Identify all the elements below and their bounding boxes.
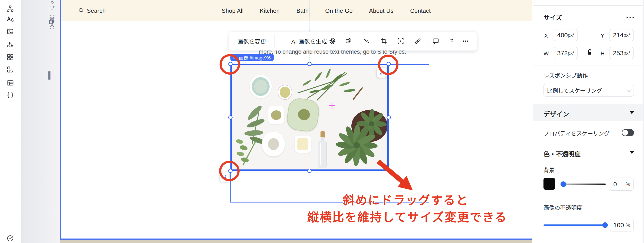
w-input[interactable]: 372px*	[554, 47, 578, 59]
breakpoint-device-icon	[49, 19, 54, 24]
animation-icon[interactable]	[363, 38, 370, 45]
handle-mid-right[interactable]	[386, 115, 391, 120]
nav-about-us[interactable]: About Us	[369, 8, 394, 14]
nav-on-the-go[interactable]: On the Go	[325, 8, 353, 14]
site-header: Search Shop All Kitchen Bath On the Go A…	[61, 0, 532, 21]
responsive-dropdown[interactable]: 比例してスケーリング	[544, 84, 634, 97]
nav-bath[interactable]: Bath	[296, 8, 309, 14]
cms-table-icon[interactable]	[6, 79, 14, 87]
search-icon[interactable]	[78, 8, 84, 14]
integrations-icon[interactable]	[6, 41, 14, 49]
search-label[interactable]: Search	[87, 8, 106, 14]
annotation-text-line1: 斜めにドラッグすると	[331, 190, 480, 208]
h-label: H	[600, 50, 604, 57]
nav-contact[interactable]: Contact	[410, 8, 431, 14]
photo-glass-bottle	[317, 131, 328, 169]
apps-icon[interactable]	[6, 53, 14, 61]
settings-gear-icon[interactable]	[329, 38, 336, 45]
canvas-scrollbar[interactable]	[48, 71, 50, 80]
design-section-header[interactable]: デザイン	[533, 104, 643, 121]
y-input[interactable]: 214px*	[610, 29, 634, 41]
chevron-down-icon	[627, 87, 631, 92]
element-toolbar: 画像を変更 AI 画像を生成	[229, 32, 476, 51]
widgets-icon[interactable]	[6, 66, 14, 73]
background-color-swatch[interactable]	[544, 178, 555, 190]
photo-cream-dish	[295, 136, 311, 153]
more-icon[interactable]: •••	[463, 32, 469, 51]
nav-kitchen[interactable]: Kitchen	[260, 8, 280, 14]
change-image-button[interactable]: 画像を変更	[229, 32, 274, 51]
link-icon[interactable]	[414, 38, 422, 45]
background-opacity-input[interactable]: 0%	[610, 178, 634, 191]
copy-design-icon[interactable]	[345, 38, 352, 45]
annotation-ring-top-left	[220, 54, 240, 75]
center-crosshair-icon	[329, 103, 335, 109]
breakpoint-label: ップ（最大）	[48, 0, 55, 33]
annotation-text-line2: 縦横比を維持してサイズ変更できる	[301, 208, 514, 225]
x-input[interactable]: 400px*	[554, 29, 578, 41]
photo-plate	[250, 75, 272, 98]
typography-icon[interactable]	[6, 15, 14, 23]
photo-powder-dish	[268, 106, 284, 124]
focal-point-icon[interactable]	[397, 38, 404, 45]
color-opacity-title: 色・不透明度	[544, 149, 580, 158]
image-opacity-slider[interactable]	[544, 224, 608, 226]
size-menu-icon[interactable]	[626, 17, 634, 18]
nav-shop-all[interactable]: Shop All	[222, 8, 244, 14]
photo-flowering-herb	[234, 133, 257, 167]
x-label: X	[544, 32, 548, 39]
responsive-label: レスポンシブ動作	[544, 71, 588, 79]
code-icon[interactable]	[6, 91, 14, 99]
scale-properties-label: プロパティをスケーリング	[544, 129, 610, 137]
comment-icon[interactable]	[432, 38, 439, 45]
photo-celadon-bowl	[285, 97, 320, 133]
aspect-lock-icon[interactable]	[586, 49, 593, 56]
y-label: Y	[600, 32, 604, 39]
background-opacity-knob[interactable]	[560, 181, 566, 187]
collapse-triangle-icon	[630, 151, 634, 154]
next-section-strip	[60, 239, 532, 243]
photo-oval-bowl	[262, 132, 285, 156]
check-circle-icon[interactable]	[6, 234, 14, 242]
annotation-ring-bottom-left	[219, 161, 240, 181]
crop-icon[interactable]	[380, 38, 388, 45]
image-opacity-input[interactable]: 100%	[610, 219, 634, 231]
toolbar-divider	[427, 34, 428, 48]
background-opacity-slider[interactable]	[560, 183, 606, 185]
handle-mid-left[interactable]	[228, 115, 232, 120]
design-title: デザイン	[544, 109, 569, 118]
annotation-ring-top-right	[378, 55, 398, 75]
handle-top-center[interactable]	[307, 62, 312, 66]
scale-properties-toggle[interactable]	[622, 129, 634, 136]
image-opacity-label: 画像の不透明度	[544, 203, 582, 211]
h-input[interactable]: 253px*	[610, 47, 634, 59]
background-label: 背景	[544, 166, 554, 174]
editor-window: ップ（最大） Search Shop All Kitchen Bath On t…	[0, 0, 644, 243]
help-icon[interactable]: ?	[450, 32, 454, 51]
element-badge-label: 画像 #imageX6	[239, 54, 271, 61]
handle-bottom-center[interactable]	[307, 169, 312, 173]
size-section-title: サイズ	[544, 13, 562, 22]
media-icon[interactable]	[6, 28, 14, 35]
image-opacity-knob[interactable]	[602, 222, 608, 228]
selected-image-element[interactable]	[230, 64, 389, 171]
w-label: W	[544, 50, 549, 57]
editor-gutter: ップ（最大）	[21, 0, 60, 243]
toolbar-divider	[274, 34, 274, 48]
collapse-triangle-icon	[630, 111, 634, 114]
left-icon-rail	[0, 0, 21, 243]
sitemap-icon[interactable]	[6, 5, 14, 13]
properties-panel: サイズ X 400px* Y 214px* W 372px* H 253px* …	[533, 0, 644, 243]
